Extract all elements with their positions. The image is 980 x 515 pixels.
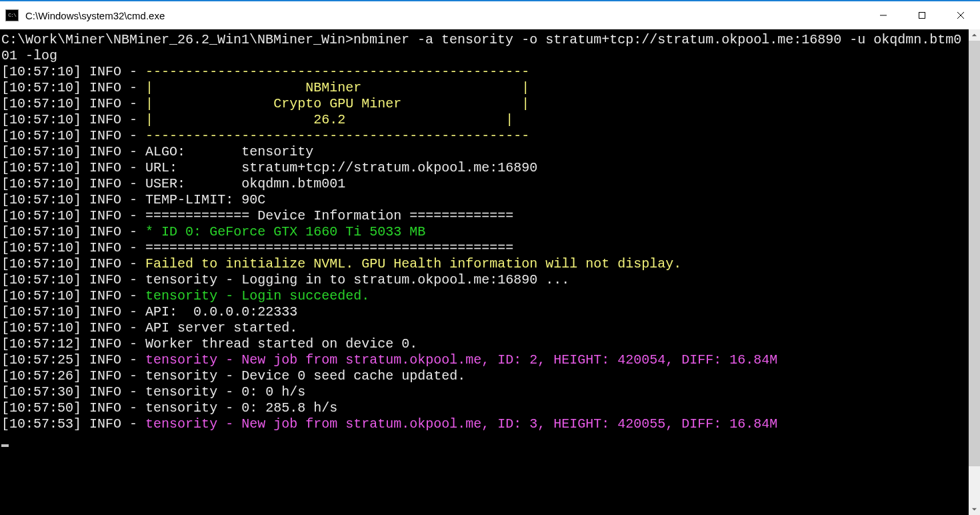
cmd-icon: C:\: [5, 9, 19, 21]
log-ts: [10:57:10]: [1, 288, 81, 304]
algo-label: ALGO:: [145, 144, 241, 159]
log-dash: -: [129, 384, 137, 400]
log-level: INFO: [89, 112, 121, 127]
log-ts: [10:57:26]: [1, 368, 81, 384]
close-button[interactable]: [941, 1, 980, 29]
log-ts: [10:57:10]: [1, 240, 81, 255]
log-dash: -: [129, 320, 137, 336]
user-value: okqdmn.btm001: [241, 176, 345, 191]
log-level: INFO: [89, 320, 121, 336]
log-dash: -: [129, 368, 137, 384]
maximize-button[interactable]: [903, 1, 941, 29]
log-level: INFO: [89, 208, 121, 223]
log-level: INFO: [89, 416, 121, 432]
login-success: tensority - Login succeeded.: [145, 288, 369, 304]
log-dash: -: [129, 128, 137, 143]
separator: ========================================…: [145, 240, 513, 255]
banner-side: |: [521, 96, 529, 111]
banner-version: 26.2: [313, 112, 345, 127]
log-ts: [10:57:10]: [1, 96, 81, 111]
log-dash: -: [129, 64, 137, 79]
device-info-sep: ============= Device Information =======…: [145, 208, 513, 223]
banner-side: |: [505, 112, 513, 127]
log-ts: [10:57:10]: [1, 304, 81, 320]
prompt-line: 01 -log: [1, 48, 57, 63]
pad: [361, 80, 521, 95]
log-ts: [10:57:30]: [1, 384, 81, 400]
log-level: INFO: [89, 256, 121, 272]
log-dash: -: [129, 192, 137, 207]
log-dash: -: [129, 112, 137, 127]
log-ts: [10:57:10]: [1, 320, 81, 336]
seed-cache: tensority - Device 0 seed cache updated.: [145, 368, 465, 384]
nvml-fail: Failed to initialize NVML. GPU Health in…: [145, 256, 681, 272]
svg-rect-1: [919, 13, 925, 19]
log-ts: [10:57:10]: [1, 224, 81, 239]
log-level: INFO: [89, 288, 121, 304]
url-label: URL:: [145, 160, 241, 175]
log-level: INFO: [89, 352, 121, 368]
log-dash: -: [129, 288, 137, 304]
client-area: C:\Work\Miner\NBMiner_26.2_Win1\NBMiner_…: [0, 29, 980, 515]
log-ts: [10:57:50]: [1, 400, 81, 416]
pad: [401, 96, 521, 111]
log-dash: -: [129, 256, 137, 272]
url-value: stratum+tcp://stratum.okpool.me:16890: [241, 160, 537, 175]
cmd-window: C:\ C:\Windows\system32\cmd.exe C:\Work\…: [0, 0, 980, 515]
log-ts: [10:57:10]: [1, 208, 81, 223]
banner-side: |: [145, 96, 153, 111]
log-level: INFO: [89, 400, 121, 416]
log-level: INFO: [89, 96, 121, 111]
scroll-thumb[interactable]: [969, 41, 980, 466]
log-level: INFO: [89, 336, 121, 352]
log-dash: -: [129, 240, 137, 255]
log-dash: -: [129, 80, 137, 95]
window-controls: [864, 1, 980, 29]
titlebar[interactable]: C:\ C:\Windows\system32\cmd.exe: [0, 1, 980, 29]
log-ts: [10:57:10]: [1, 192, 81, 207]
log-level: INFO: [89, 384, 121, 400]
log-level: INFO: [89, 176, 121, 191]
log-ts: [10:57:53]: [1, 416, 81, 432]
terminal-output[interactable]: C:\Work\Miner\NBMiner_26.2_Win1\NBMiner_…: [0, 29, 969, 515]
log-ts: [10:57:10]: [1, 272, 81, 288]
log-dash: -: [129, 96, 137, 111]
vertical-scrollbar[interactable]: [969, 29, 980, 515]
log-level: INFO: [89, 368, 121, 384]
log-level: INFO: [89, 224, 121, 239]
log-level: INFO: [89, 160, 121, 175]
banner-side: |: [521, 80, 529, 95]
log-dash: -: [129, 272, 137, 288]
pad: [153, 80, 305, 95]
hashrate: tensority - 0: 285.8 h/s: [145, 400, 337, 416]
temp-value: 90C: [241, 192, 265, 207]
log-ts: [10:57:10]: [1, 128, 81, 143]
banner-desc: Crypto GPU Miner: [273, 96, 401, 111]
log-ts: [10:57:12]: [1, 336, 81, 352]
cursor: [1, 444, 9, 447]
window-title: C:\Windows\system32\cmd.exe: [25, 10, 165, 21]
log-ts: [10:57:10]: [1, 144, 81, 159]
log-dash: -: [129, 176, 137, 191]
log-dash: -: [129, 208, 137, 223]
scroll-up-button[interactable]: [969, 29, 980, 41]
scroll-track[interactable]: [969, 41, 980, 504]
scroll-down-button[interactable]: [969, 504, 980, 515]
log-dash: -: [129, 400, 137, 416]
log-dash: -: [129, 224, 137, 239]
gpu-device-line: * ID 0: GeForce GTX 1660 Ti 5033 MB: [145, 224, 425, 239]
log-ts: [10:57:10]: [1, 64, 81, 79]
log-dash: -: [129, 352, 137, 368]
log-ts: [10:57:25]: [1, 352, 81, 368]
log-level: INFO: [89, 80, 121, 95]
log-ts: [10:57:10]: [1, 176, 81, 191]
banner-side: |: [145, 80, 153, 95]
log-dash: -: [129, 160, 137, 175]
api-started: API server started.: [145, 320, 297, 336]
temp-label: TEMP-LIMIT:: [145, 192, 241, 207]
prompt-line: C:\Work\Miner\NBMiner_26.2_Win1\NBMiner_…: [1, 32, 961, 47]
new-job: tensority - New job from stratum.okpool.…: [145, 416, 777, 432]
pad: [153, 96, 273, 111]
minimize-button[interactable]: [864, 1, 903, 29]
worker-started: Worker thread started on device 0.: [145, 336, 417, 352]
